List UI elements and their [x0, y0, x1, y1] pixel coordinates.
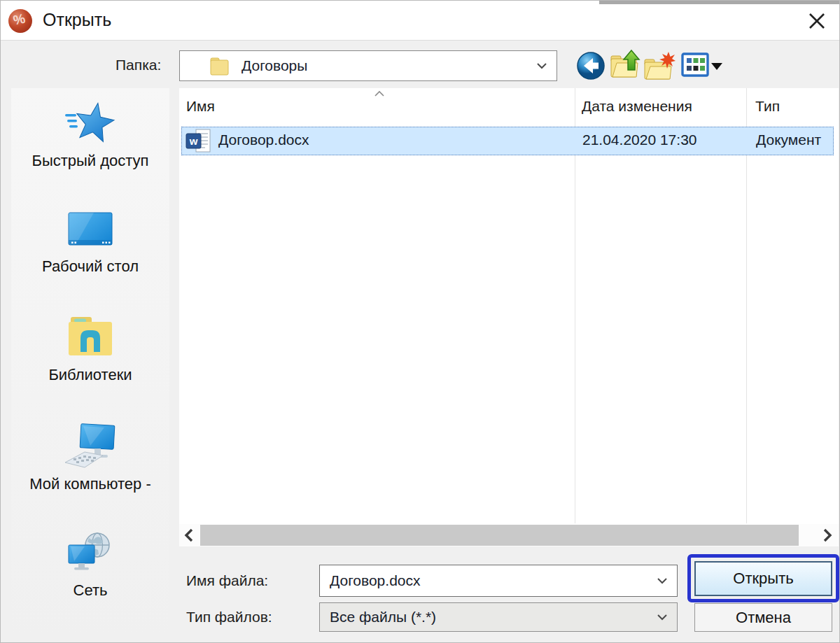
file-list[interactable]: Имя Дата изменения Тип w Договор.docx 21…: [179, 88, 839, 546]
chevron-right-icon: [822, 528, 832, 542]
app-icon: %: [8, 9, 32, 33]
folder-combobox-value: Договоры: [241, 57, 307, 74]
quick-access-icon: [64, 99, 117, 146]
scroll-right-button[interactable]: [819, 527, 836, 544]
new-folder-icon: [643, 51, 676, 80]
folder-label: Папка:: [115, 57, 161, 73]
view-menu-icon: [681, 52, 709, 78]
places-sidebar: Быстрый доступ Рабочий стол: [11, 88, 169, 634]
cancel-button[interactable]: Отмена: [694, 603, 832, 632]
sidebar-item-label: Мой компьютер -: [11, 475, 169, 493]
up-one-level-button[interactable]: [610, 49, 642, 84]
sidebar-item-network[interactable]: Сеть: [11, 531, 169, 600]
folder-icon: [209, 55, 230, 78]
file-row-selected[interactable]: w Договор.docx 21.04.2020 17:30 Документ: [181, 127, 834, 155]
sidebar-item-label: Быстрый доступ: [11, 152, 169, 170]
back-icon: [576, 51, 606, 80]
network-icon: [65, 531, 115, 579]
desktop-icon: [66, 207, 115, 255]
close-button[interactable]: [803, 8, 831, 34]
create-new-folder-button[interactable]: [643, 51, 676, 83]
view-menu-dropdown[interactable]: [710, 61, 723, 73]
file-type-label: Тип файлов:: [186, 609, 272, 626]
close-icon: [808, 12, 826, 30]
file-name-combobox-value: Договор.docx: [330, 572, 421, 589]
horizontal-scrollbar[interactable]: [179, 524, 839, 546]
background-window-edge: [599, 1, 840, 4]
up-folder-icon: [610, 49, 642, 81]
window-title: Открыть: [43, 10, 111, 30]
view-menu-button[interactable]: [681, 52, 709, 80]
chevron-down-icon: [536, 62, 547, 69]
back-button[interactable]: [576, 51, 606, 83]
file-date-modified: 21.04.2020 17:30: [582, 132, 697, 148]
file-name-combobox[interactable]: Договор.docx: [319, 565, 678, 597]
chevron-down-icon: [657, 614, 668, 621]
svg-text:w: w: [189, 135, 198, 147]
file-type-combobox[interactable]: Все файлы (*.*): [319, 602, 678, 632]
column-header-date-modified[interactable]: Дата изменения: [582, 98, 692, 115]
file-name: Договор.docx: [218, 132, 309, 148]
sidebar-item-label: Библиотеки: [11, 366, 169, 384]
scrollbar-thumb[interactable]: [200, 525, 799, 546]
file-name-label: Имя файла:: [186, 572, 268, 589]
open-button[interactable]: Открыть: [694, 561, 832, 596]
file-type: Документ: [756, 132, 821, 148]
sidebar-item-libraries[interactable]: Библиотеки: [11, 316, 169, 384]
sidebar-item-quick-access[interactable]: Быстрый доступ: [11, 99, 169, 170]
word-doc-icon: w: [186, 128, 214, 155]
sort-ascending-icon: [374, 90, 385, 97]
sidebar-item-desktop[interactable]: Рабочий стол: [11, 207, 169, 276]
column-header-type[interactable]: Тип: [755, 98, 780, 115]
column-header-name[interactable]: Имя: [186, 98, 215, 115]
scroll-left-button[interactable]: [181, 527, 197, 544]
computer-icon: [64, 423, 117, 471]
chevron-down-icon: [657, 577, 668, 584]
file-type-combobox-value: Все файлы (*.*): [330, 609, 436, 626]
open-file-dialog: % Открыть Папка: Договоры: [0, 0, 840, 643]
sidebar-item-computer[interactable]: Мой компьютер -: [11, 423, 169, 493]
sidebar-item-label: Рабочий стол: [11, 257, 169, 276]
chevron-left-icon: [184, 528, 194, 542]
folder-combobox[interactable]: Договоры: [179, 50, 557, 81]
dropdown-arrow-icon: [710, 62, 723, 71]
libraries-icon: [65, 316, 115, 363]
titlebar[interactable]: % Открыть: [1, 1, 840, 41]
sidebar-item-label: Сеть: [11, 581, 169, 600]
